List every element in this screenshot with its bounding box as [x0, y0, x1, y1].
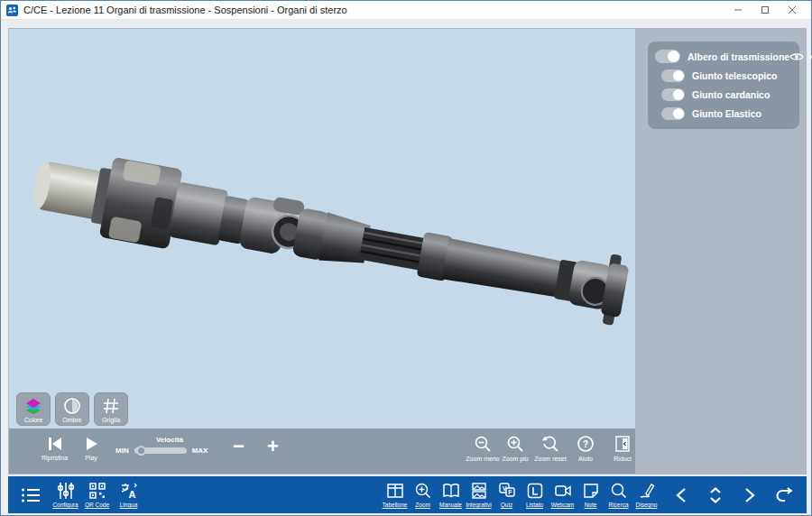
titlebar: C/CE - Lezione 11 Organi di trasmissione…: [1, 1, 811, 20]
ombre-label: Ombre: [62, 417, 81, 423]
right-panel: Albero di trasmissione Giunto telescop: [636, 28, 807, 475]
camera-icon: [554, 482, 572, 500]
plus-icon: +: [267, 438, 279, 456]
qr-code-button[interactable]: QR Code: [83, 482, 111, 508]
svg-text:A: A: [128, 489, 135, 500]
book-icon: [442, 482, 460, 500]
quiz-button[interactable]: V F Quiz: [493, 482, 521, 508]
colore-button[interactable]: Colore: [16, 392, 51, 426]
return-button[interactable]: [770, 487, 798, 503]
manuale-button[interactable]: Manuale: [437, 482, 465, 508]
letter-l-icon: [526, 482, 544, 500]
griglia-label: Griglia: [102, 417, 120, 423]
3d-viewport[interactable]: Colore Ombre Griglia: [8, 28, 636, 475]
listato-button[interactable]: Listato: [521, 482, 549, 508]
speed-minus-button[interactable]: −: [233, 438, 245, 456]
elastico-label: Giunto Elastico: [692, 108, 761, 119]
layer-row-telescopico: Giunto telescopico: [661, 69, 792, 82]
window-title: C/CE - Lezione 11 Organi di trasmissione…: [23, 5, 347, 15]
app-icon: [6, 5, 18, 16]
aiuto-button[interactable]: ? Aiuto: [569, 435, 602, 462]
colore-label: Colore: [24, 417, 43, 423]
magnifier-reset-icon: [541, 435, 559, 453]
speed-plus-button[interactable]: +: [267, 438, 279, 456]
zoom-reset-button[interactable]: Zoom reset: [530, 435, 571, 462]
velocity-slider[interactable]: [134, 447, 187, 454]
play-icon: [83, 436, 99, 452]
layers-card: Albero di trasmissione Giunto telescop: [648, 41, 799, 129]
magnifier-minus-icon: [474, 435, 492, 453]
magnifier-plus-icon: [414, 482, 432, 500]
layer-row-albero: Albero di trasmissione: [655, 50, 792, 63]
true-false-icon: V F: [498, 482, 516, 500]
driveshaft-model[interactable]: [9, 29, 637, 428]
zoom-button[interactable]: Zoom: [409, 482, 437, 508]
pen-icon: [638, 482, 656, 500]
close-button[interactable]: [779, 2, 806, 19]
velocity-slider-group: Velocità MIN MAX: [115, 436, 224, 455]
next-button[interactable]: [736, 487, 763, 503]
grid-icon: [101, 396, 121, 416]
note-icon: [582, 482, 600, 500]
slider-knob[interactable]: [136, 446, 146, 456]
velocita-label: Velocità: [115, 436, 224, 444]
magnifier-plus-icon: [506, 435, 524, 453]
tabellone-button[interactable]: Tabellone: [381, 482, 409, 508]
disegno-button[interactable]: Disegno: [632, 482, 660, 508]
elastico-toggle[interactable]: [661, 107, 685, 120]
layers-icon: [23, 396, 43, 416]
menu-list-button[interactable]: [17, 487, 44, 503]
max-label: MAX: [192, 447, 208, 455]
ricerca-button[interactable]: Ricerca: [604, 482, 632, 508]
albero-toggle[interactable]: [655, 50, 680, 63]
skip-start-icon: [46, 436, 64, 452]
layer-row-cardanico: Giunto cardanico: [661, 88, 792, 101]
board-icon: [386, 482, 404, 500]
svg-text:?: ?: [583, 439, 588, 449]
webcam-button[interactable]: Webcam: [549, 482, 577, 508]
eye-icon[interactable]: [789, 51, 804, 62]
lingua-button[interactable]: A Lingua: [115, 482, 143, 508]
translate-icon: A: [120, 482, 138, 500]
view-options: Colore Ombre Griglia: [16, 392, 128, 426]
telescopico-toggle[interactable]: [661, 69, 685, 82]
maximize-button[interactable]: [752, 2, 779, 19]
min-label: MIN: [115, 447, 129, 455]
ripristina-button[interactable]: Ripristina: [42, 436, 68, 461]
layer-row-elastico: Giunto Elastico: [661, 107, 792, 120]
albero-label: Albero di trasmissione: [687, 51, 789, 62]
qr-icon: [88, 482, 106, 500]
magnifier-icon: [610, 482, 628, 500]
app-window: C/CE - Lezione 11 Organi di trasmissione…: [0, 0, 812, 516]
cardanico-label: Giunto cardanico: [692, 89, 770, 100]
cardanico-toggle[interactable]: [661, 88, 685, 101]
question-icon: ?: [577, 435, 595, 453]
riduci-button[interactable]: Riduci: [606, 435, 639, 462]
previous-button[interactable]: [668, 487, 695, 503]
integrativi-button[interactable]: Integrativi: [465, 482, 493, 508]
ombre-button[interactable]: Ombre: [55, 392, 89, 426]
collapse-panel-icon: [614, 435, 632, 453]
expand-collapse-button[interactable]: [702, 486, 729, 504]
shaded-sphere-icon: [62, 396, 82, 416]
chevron-up-icon[interactable]: [808, 53, 812, 60]
sliders-icon: [57, 482, 75, 500]
note-button[interactable]: Note: [577, 482, 604, 508]
zoom-piu-button[interactable]: Zoom più: [499, 435, 531, 462]
minus-icon: −: [233, 438, 245, 456]
telescopico-label: Giunto telescopico: [692, 70, 778, 81]
images-icon: [470, 482, 488, 500]
bottom-toolbar: Configura QR Code A: [8, 476, 807, 513]
playback-control-bar: Ripristina Play Velocità MIN MAX: [9, 428, 635, 474]
minimize-button[interactable]: [724, 2, 752, 19]
configura-button[interactable]: Configura: [51, 482, 79, 508]
svg-text:F: F: [508, 489, 512, 495]
zoom-meno-button[interactable]: Zoom meno: [466, 435, 499, 462]
griglia-button[interactable]: Griglia: [94, 392, 128, 426]
play-button[interactable]: Play: [83, 436, 99, 461]
